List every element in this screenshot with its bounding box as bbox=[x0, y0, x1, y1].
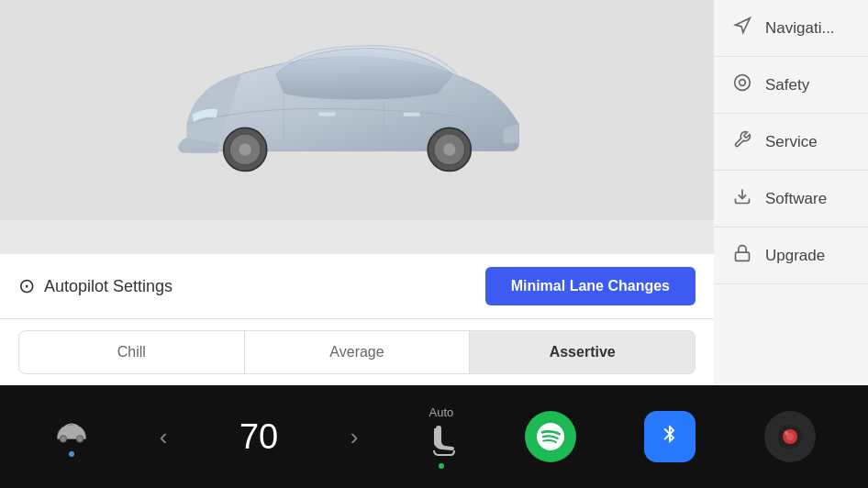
taskbar-seat[interactable]: Auto bbox=[427, 405, 456, 469]
software-label: Software bbox=[765, 190, 827, 208]
svg-point-10 bbox=[740, 80, 746, 86]
speed-display: 70 bbox=[236, 417, 282, 457]
sidebar-item-upgrade[interactable]: Upgrade bbox=[714, 227, 868, 284]
spotify-button[interactable] bbox=[525, 411, 576, 462]
main-area: ⊙ Autopilot Settings Minimal Lane Change… bbox=[0, 0, 868, 385]
autopilot-header: ⊙ Autopilot Settings Minimal Lane Change… bbox=[0, 254, 714, 319]
service-icon bbox=[732, 130, 752, 153]
upgrade-label: Upgrade bbox=[765, 247, 825, 265]
sidebar-item-software[interactable]: Software bbox=[714, 171, 868, 227]
minimal-lane-changes-button[interactable]: Minimal Lane Changes bbox=[485, 267, 696, 305]
seat-icon bbox=[427, 425, 456, 458]
sidebar-item-navigation[interactable]: Navigati... bbox=[714, 0, 868, 57]
taskbar-car[interactable] bbox=[52, 416, 91, 457]
car-dot bbox=[69, 451, 74, 457]
car-image-area bbox=[0, 0, 714, 220]
svg-rect-12 bbox=[736, 252, 750, 261]
camera-button[interactable] bbox=[764, 411, 816, 462]
taskbar-bluetooth[interactable] bbox=[644, 411, 696, 462]
sidebar: Navigati... Safety Service bbox=[714, 0, 868, 385]
autopilot-title-text: Autopilot Settings bbox=[44, 277, 172, 296]
back-arrow-icon: ‹ bbox=[160, 423, 168, 451]
navigation-icon bbox=[732, 17, 752, 39]
chill-mode-button[interactable]: Chill bbox=[18, 330, 245, 374]
svg-marker-8 bbox=[736, 18, 751, 33]
svg-point-5 bbox=[443, 143, 455, 155]
taskbar: ‹ 70 › Auto bbox=[0, 385, 868, 488]
drive-mode-selector: Chill Average Assertive bbox=[0, 319, 714, 385]
forward-arrow-icon: › bbox=[351, 423, 359, 451]
svg-rect-6 bbox=[318, 113, 335, 116]
autopilot-panel: ⊙ Autopilot Settings Minimal Lane Change… bbox=[0, 254, 714, 385]
bluetooth-button[interactable] bbox=[644, 411, 696, 462]
taskbar-camera[interactable] bbox=[764, 411, 816, 462]
svg-point-16 bbox=[78, 437, 83, 442]
taskbar-back[interactable]: ‹ bbox=[160, 423, 168, 451]
camera-icon bbox=[775, 422, 805, 451]
auto-label: Auto bbox=[429, 405, 454, 419]
upgrade-icon bbox=[732, 244, 752, 267]
taskbar-spotify[interactable] bbox=[525, 411, 576, 462]
service-label: Service bbox=[765, 133, 818, 151]
bluetooth-icon bbox=[657, 424, 683, 449]
seat-dot bbox=[439, 463, 444, 469]
average-mode-button[interactable]: Average bbox=[245, 330, 471, 374]
autopilot-title: ⊙ Autopilot Settings bbox=[18, 274, 172, 298]
sidebar-item-service[interactable]: Service bbox=[714, 114, 868, 171]
svg-rect-7 bbox=[403, 113, 419, 116]
navigation-label: Navigati... bbox=[765, 19, 835, 38]
taskbar-forward[interactable]: › bbox=[351, 423, 359, 451]
car-panel: ⊙ Autopilot Settings Minimal Lane Change… bbox=[0, 0, 714, 385]
safety-label: Safety bbox=[765, 76, 809, 94]
sidebar-item-safety[interactable]: Safety bbox=[714, 57, 868, 114]
svg-point-9 bbox=[735, 75, 751, 91]
spotify-icon bbox=[537, 423, 564, 450]
assertive-mode-button[interactable]: Assertive bbox=[470, 330, 696, 374]
svg-point-20 bbox=[785, 431, 788, 435]
svg-point-14 bbox=[61, 437, 66, 442]
car-image bbox=[164, 0, 550, 202]
software-icon bbox=[732, 187, 752, 210]
safety-icon bbox=[732, 73, 752, 96]
svg-point-2 bbox=[239, 143, 250, 155]
speed-value: 70 bbox=[236, 417, 282, 457]
car-icon bbox=[52, 416, 91, 446]
steering-wheel-icon: ⊙ bbox=[18, 274, 35, 298]
